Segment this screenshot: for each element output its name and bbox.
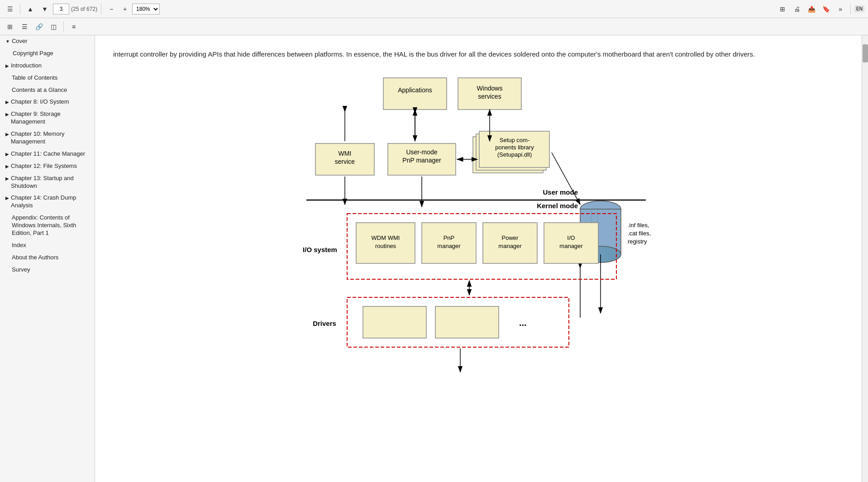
page-navigation: (25 of 672): [53, 4, 97, 14]
sidebar-item-cover[interactable]: ▼ Cover: [0, 35, 95, 48]
svg-rect-0: [383, 78, 447, 110]
svg-text:I/O system: I/O system: [303, 246, 337, 253]
second-toolbar: ⊞ ☰ 🔗 ◫ ≡: [0, 18, 868, 35]
nav-up-button[interactable]: ▲: [24, 3, 37, 15]
sidebar-item-label: Survey: [5, 266, 30, 274]
io-system-diagram: Applications Windows services WMI servic…: [293, 73, 664, 381]
sidebar-item-label: Copyright Page: [13, 50, 53, 57]
svg-text:(Setupapi.dll): (Setupapi.dll): [497, 151, 532, 158]
arrow-icon: ▶: [5, 99, 9, 105]
svg-text:.inf files,: .inf files,: [628, 222, 649, 229]
svg-text:PnP manager: PnP manager: [402, 157, 441, 164]
sidebar-item-label: Chapter 9: Storage Management: [11, 110, 91, 126]
top-toolbar: ☰ ▲ ▼ (25 of 672) − + 180% ⊞ 🖨 📤 🔖 » EN: [0, 0, 868, 18]
sidebar-item-label: Index: [5, 242, 26, 249]
svg-text:WDM WMI: WDM WMI: [372, 234, 400, 241]
sidebar-item-ch10[interactable]: ▶ Chapter 10: Memory Management: [0, 128, 95, 148]
svg-text:User-mode: User-mode: [406, 148, 437, 156]
sidebar-item-label: About the Authors: [5, 254, 58, 262]
sidebar-item-contents-glance[interactable]: Contents at a Glance: [0, 84, 95, 96]
svg-text:Setup com-: Setup com-: [500, 137, 529, 143]
nav-down-button[interactable]: ▼: [38, 3, 51, 15]
svg-rect-55: [363, 306, 426, 338]
grid-view-button[interactable]: ⊞: [4, 20, 16, 33]
bookmark-button[interactable]: 🔖: [820, 3, 832, 15]
zoom-select[interactable]: 180%: [132, 4, 160, 14]
svg-text:User mode: User mode: [543, 188, 578, 196]
sidebar-item-label: Table of Contents: [5, 74, 57, 82]
sidebar-item-label: Appendix: Contents of Windows Internals,…: [5, 214, 91, 237]
sidebar-item-survey[interactable]: Survey: [0, 264, 95, 276]
svg-text:ponents library: ponents library: [495, 144, 534, 151]
toc-button[interactable]: ≡: [67, 20, 80, 33]
svg-text:WMI: WMI: [339, 150, 352, 157]
separator: [20, 4, 20, 14]
sidebar-item-ch13[interactable]: ▶ Chapter 13: Startup and Shutdown: [0, 172, 95, 192]
sidebar-item-ch12[interactable]: ▶ Chapter 12: File Systems: [0, 160, 95, 172]
zoom-in-button[interactable]: +: [119, 3, 131, 15]
sidebar-item-label: Chapter 14: Crash Dump Analysis: [11, 194, 91, 210]
svg-text:manager: manager: [437, 243, 461, 249]
sidebar-item-ch9[interactable]: ▶ Chapter 9: Storage Management: [0, 108, 95, 128]
sidebar-item-index[interactable]: Index: [0, 239, 95, 252]
svg-rect-56: [435, 306, 499, 338]
arrow-icon: ▶: [5, 195, 9, 201]
arrow-icon: ▶: [5, 111, 9, 117]
link-button[interactable]: 🔗: [33, 20, 45, 33]
separator2: [101, 4, 101, 14]
sidebar-item-ch11[interactable]: ▶ Chapter 11: Cache Manager: [0, 148, 95, 160]
separator4: [63, 21, 64, 32]
scrollbar-thumb[interactable]: [863, 44, 868, 62]
sidebar-item-label: Chapter 11: Cache Manager: [11, 150, 85, 158]
svg-text:Windows: Windows: [477, 85, 503, 92]
main-area: ▼ Cover Copyright Page ▶ Introduction Ta…: [0, 35, 868, 482]
sidebar: ▼ Cover Copyright Page ▶ Introduction Ta…: [0, 35, 95, 482]
sidebar-item-copyright[interactable]: Copyright Page: [0, 48, 95, 60]
language-badge: EN: [854, 5, 864, 12]
arrow-icon: ▶: [5, 63, 9, 69]
svg-text:Applications: Applications: [398, 86, 432, 94]
menu-button[interactable]: ☰: [4, 3, 16, 15]
print-button[interactable]: 🖨: [791, 3, 803, 15]
body-text: interrupt controller by providing APIs t…: [113, 49, 844, 60]
sidebar-item-label: Introduction: [11, 62, 42, 70]
svg-line-24: [552, 153, 580, 205]
zoom-out-button[interactable]: −: [105, 3, 118, 15]
sidebar-item-ch14[interactable]: ▶ Chapter 14: Crash Dump Analysis: [0, 192, 95, 212]
sidebar-item-authors[interactable]: About the Authors: [0, 252, 95, 264]
svg-text:Kernel mode: Kernel mode: [537, 202, 578, 210]
sidebar-item-label: Chapter 8: I/O System: [11, 98, 69, 106]
sidebar-item-label: Chapter 10: Memory Management: [11, 130, 91, 146]
svg-text:PnP: PnP: [444, 234, 455, 241]
svg-text:.cat files,: .cat files,: [628, 230, 651, 237]
arrow-icon: ▼: [5, 38, 10, 44]
arrow-icon: ▶: [5, 176, 9, 181]
list-view-button[interactable]: ☰: [18, 20, 31, 33]
sidebar-item-label: Contents at a Glance: [5, 86, 67, 94]
sidebar-item-introduction[interactable]: ▶ Introduction: [0, 60, 95, 72]
right-tools: ⊞ 🖨 📤 🔖 » EN: [776, 3, 864, 15]
view-mode-button[interactable]: ⊞: [776, 3, 789, 15]
svg-text:manager: manager: [498, 243, 522, 249]
sidebar-item-appendix[interactable]: Appendix: Contents of Windows Internals,…: [0, 212, 95, 239]
diagram-container: Applications Windows services WMI servic…: [113, 73, 844, 381]
page-number-input[interactable]: [53, 4, 69, 14]
arrow-icon: ▶: [5, 151, 9, 157]
svg-text:Power: Power: [502, 234, 519, 241]
page-total: (25 of 672): [71, 6, 97, 12]
svg-text:...: ...: [519, 318, 527, 328]
svg-text:I/O: I/O: [567, 234, 575, 241]
sidebar-item-label: Chapter 13: Startup and Shutdown: [11, 175, 91, 190]
sidebar-item-ch8[interactable]: ▶ Chapter 8: I/O System: [0, 96, 95, 108]
sidebar-item-label: Cover: [12, 38, 28, 45]
arrow-icon: ▶: [5, 131, 9, 137]
scrollbar-track[interactable]: [862, 35, 868, 482]
svg-text:service: service: [335, 158, 355, 165]
sidebar-item-label: Chapter 12: File Systems: [11, 162, 77, 170]
svg-text:manager: manager: [559, 243, 583, 249]
svg-text:services: services: [478, 93, 501, 100]
sidebar-item-toc[interactable]: Table of Contents: [0, 72, 95, 84]
layers-button[interactable]: ◫: [47, 20, 60, 33]
share-button[interactable]: 📤: [805, 3, 818, 15]
more-button[interactable]: »: [834, 3, 847, 15]
